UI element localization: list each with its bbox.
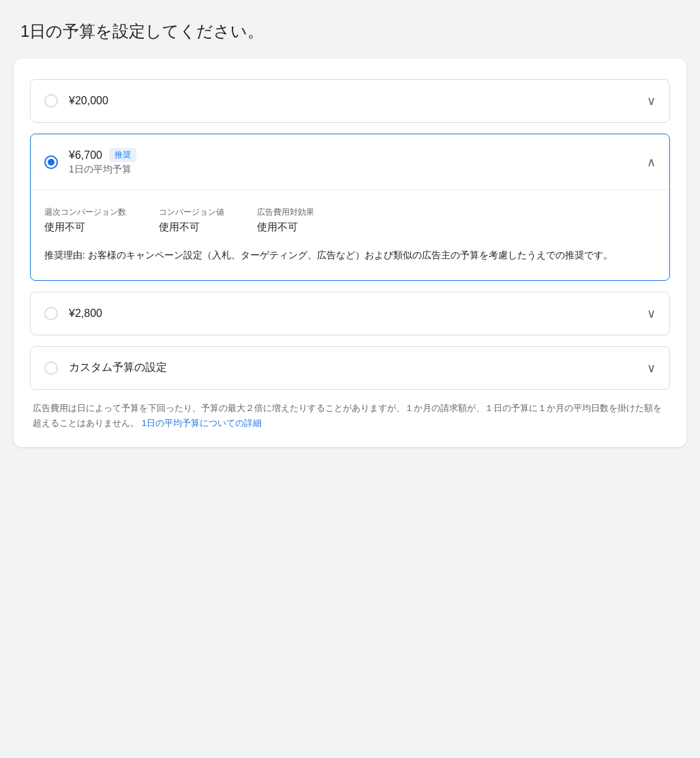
radio-6700[interactable] xyxy=(44,155,58,169)
footer-text: 広告費用は日によって予算を下回ったり、予算の最大２倍に増えたりすることがあります… xyxy=(30,401,670,431)
stat-conv-value: コンバージョン値 使用不可 xyxy=(159,207,224,234)
option-card-6700: ¥6,700 推奨 1日の平均予算 ∧ 週次コンバージョン数 使用不可 コンバー… xyxy=(30,134,670,281)
option-header-custom[interactable]: カスタム予算の設定 ∨ xyxy=(31,347,669,389)
footer-text-before-link: 広告費用は日によって予算を下回ったり、予算の最大２倍に増えたりすることがあります… xyxy=(33,403,662,428)
badge-6700: 推奨 xyxy=(109,148,136,162)
option-left-custom: カスタム予算の設定 xyxy=(44,361,167,375)
option-left-2800: ¥2,800 xyxy=(44,307,102,320)
option-label-custom: カスタム予算の設定 xyxy=(69,361,167,375)
option-label-2800: ¥2,800 xyxy=(69,307,102,320)
amount-row-6700: ¥6,700 推奨 xyxy=(69,148,136,162)
option-card-2800: ¥2,800 ∨ xyxy=(30,292,670,335)
stat-label-conv-value: コンバージョン値 xyxy=(159,207,224,218)
option-card-custom: カスタム予算の設定 ∨ xyxy=(30,346,670,390)
option-detail-6700: 週次コンバージョン数 使用不可 コンバージョン値 使用不可 広告費用対効果 使用… xyxy=(31,190,669,280)
option-card-20000: ¥20,000 ∨ xyxy=(30,79,670,123)
radio-custom[interactable] xyxy=(44,361,58,375)
stat-label-roas: 広告費用対効果 xyxy=(257,207,314,218)
chevron-2800: ∨ xyxy=(647,306,656,321)
option-left-6700: ¥6,700 推奨 1日の平均予算 xyxy=(44,148,136,176)
reason-text: 推奨理由: お客様のキャンペーン設定（入札、ターゲティング、広告など）および類似… xyxy=(44,247,656,264)
amount-6700: ¥6,700 xyxy=(69,149,102,162)
stats-row: 週次コンバージョン数 使用不可 コンバージョン値 使用不可 広告費用対効果 使用… xyxy=(44,207,656,234)
stat-value-conversions: 使用不可 xyxy=(44,221,126,234)
stat-value-roas: 使用不可 xyxy=(257,221,314,234)
page-title: 1日の予算を設定してください。 xyxy=(14,20,686,42)
option-label-multi-6700: ¥6,700 推奨 1日の平均予算 xyxy=(69,148,136,176)
radio-2800[interactable] xyxy=(44,307,58,320)
option-left-20000: ¥20,000 xyxy=(44,94,108,108)
sub-label-6700: 1日の平均予算 xyxy=(69,164,136,176)
chevron-20000: ∨ xyxy=(647,93,656,108)
footer-link[interactable]: 1日の平均予算についての詳細 xyxy=(142,418,262,428)
chevron-custom: ∨ xyxy=(647,361,656,376)
chevron-6700: ∧ xyxy=(647,155,656,170)
radio-20000[interactable] xyxy=(44,94,58,108)
stat-value-conv-value: 使用不可 xyxy=(159,221,224,234)
stat-label-conversions: 週次コンバージョン数 xyxy=(44,207,126,218)
option-label-20000: ¥20,000 xyxy=(69,95,108,107)
option-header-20000[interactable]: ¥20,000 ∨ xyxy=(31,80,669,122)
option-header-6700[interactable]: ¥6,700 推奨 1日の平均予算 ∧ xyxy=(31,134,669,190)
stat-conversions: 週次コンバージョン数 使用不可 xyxy=(44,207,126,234)
stat-roas: 広告費用対効果 使用不可 xyxy=(257,207,314,234)
option-header-2800[interactable]: ¥2,800 ∨ xyxy=(31,292,669,335)
outer-card: ¥20,000 ∨ ¥6,700 推奨 1日の平均予算 ∧ xyxy=(14,59,686,447)
